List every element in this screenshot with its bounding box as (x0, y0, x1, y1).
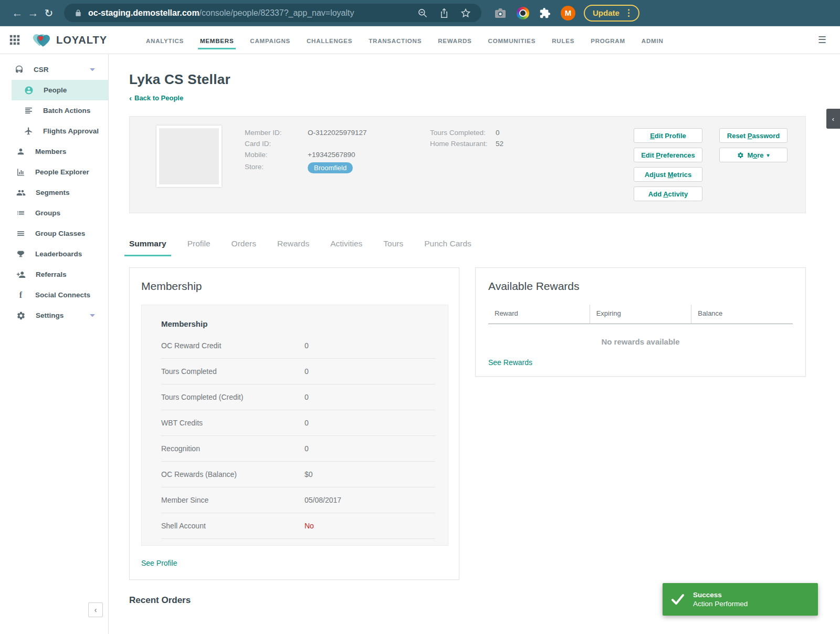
loyalty-heart-logo-icon (33, 32, 50, 48)
reset-password-button[interactable]: Reset Password (719, 128, 788, 143)
sidebar-label: Members (35, 148, 66, 155)
member-fields: Member ID:O-3122025979127 Card ID: Mobil… (245, 127, 367, 173)
sidebar-item-social-connects[interactable]: f Social Connects (0, 285, 108, 305)
membership-panel: Membership OC Reward Credit0 Tours Compl… (141, 305, 448, 546)
sidebar-item-people[interactable]: People (12, 80, 108, 100)
adjust-metrics-button[interactable]: Adjust Metrics (634, 167, 702, 182)
sidebar-item-leaderboards[interactable]: Leaderboards (0, 244, 108, 264)
sidebar-item-group-classes[interactable]: Group Classes (0, 223, 108, 244)
right-panel-toggle[interactable]: ‹ (826, 109, 840, 129)
nav-members[interactable]: MEMBERS (200, 28, 234, 53)
back-to-people-link[interactable]: ‹Back to People (129, 93, 183, 102)
nav-rules[interactable]: RULES (552, 28, 574, 53)
membership-row: Tours Completed (Credit)0 (161, 384, 435, 410)
forward-arrow-icon[interactable]: → (25, 7, 41, 19)
bookmark-star-icon[interactable] (460, 8, 471, 18)
store-badge: Broomfield (308, 162, 353, 173)
sidebar-item-batch-actions[interactable]: Batch Actions (0, 100, 108, 121)
sidebar-label: Flights Approval (43, 127, 99, 135)
facebook-f-icon: f (16, 290, 25, 300)
member-summary-card: Member ID:O-3122025979127 Card ID: Mobil… (129, 116, 806, 213)
url-text: oc-staging.demostellar.com/console/peopl… (88, 8, 354, 18)
membership-row-shell-account: Shell AccountNo (161, 513, 435, 539)
nav-rewards[interactable]: REWARDS (438, 28, 471, 53)
zoom-icon[interactable] (417, 8, 428, 18)
sidebar-item-csr[interactable]: CSR (0, 59, 108, 80)
tab-rewards[interactable]: Rewards (277, 239, 309, 256)
sidebar-collapse-button[interactable]: ‹ (88, 602, 103, 617)
success-toast: Success Action Performed (663, 583, 818, 616)
sidebar-item-members[interactable]: Members (0, 141, 108, 162)
sidebar-label: CSR (34, 66, 49, 74)
back-arrow-icon[interactable]: ← (9, 7, 25, 19)
kebab-menu-icon[interactable]: ⋮ (624, 7, 633, 18)
chevron-down-icon (89, 68, 96, 72)
person-add-icon (16, 270, 26, 279)
hamburger-menu-icon[interactable]: ☰ (818, 34, 826, 46)
edit-profile-button[interactable]: Edit Profile (634, 128, 702, 143)
sidebar-item-people-explorer[interactable]: People Explorer (0, 162, 108, 182)
see-rewards-link[interactable]: See Rewards (488, 358, 532, 367)
tab-punch-cards[interactable]: Punch Cards (424, 239, 471, 256)
sidebar-item-referrals[interactable]: Referrals (0, 264, 108, 285)
check-icon (671, 594, 685, 605)
nav-admin[interactable]: ADMIN (642, 28, 664, 53)
more-button[interactable]: More ▾ (719, 148, 788, 162)
home-restaurant-value: 52 (496, 140, 503, 148)
reload-icon[interactable]: ↻ (41, 7, 57, 19)
browser-update-button[interactable]: Update ⋮ (584, 5, 639, 22)
member-tabs: Summary Profile Orders Rewards Activitie… (129, 239, 806, 256)
bulleted-list-icon (16, 209, 25, 217)
add-activity-button[interactable]: Add Activity (634, 186, 702, 201)
membership-card: Membership Membership OC Reward Credit0 … (129, 267, 459, 580)
trophy-icon (16, 250, 25, 258)
mobile-value: +19342567890 (308, 151, 355, 159)
sidebar-label: People (44, 86, 67, 94)
sidebar-item-flights-approval[interactable]: Flights Approval (0, 121, 108, 141)
membership-card-title: Membership (141, 280, 448, 293)
nav-program[interactable]: PROGRAM (591, 28, 625, 53)
sidebar-item-segments[interactable]: Segments (0, 182, 108, 203)
membership-panel-title: Membership (161, 319, 435, 328)
color-wheel-extension-icon[interactable] (517, 7, 529, 19)
app-launcher-grid-icon[interactable] (9, 34, 20, 46)
nav-communities[interactable]: COMMUNITIES (488, 28, 536, 53)
browser-chrome: ← → ↻ oc-staging.demostellar.com/console… (0, 0, 840, 26)
sidebar-label: People Explorer (35, 168, 89, 176)
field-label: Mobile: (245, 151, 308, 159)
nav-campaigns[interactable]: CAMPAIGNS (250, 28, 290, 53)
brand-name: LOYALTY (56, 34, 107, 46)
tab-activities[interactable]: Activities (330, 239, 362, 256)
lock-icon (75, 9, 82, 17)
person-circle-icon (24, 86, 34, 95)
rewards-table-header: Reward Expiring Balance (488, 305, 793, 324)
camera-extension-icon[interactable] (494, 7, 507, 19)
tab-tours[interactable]: Tours (383, 239, 403, 256)
rewards-empty-state: No rewards available (488, 337, 793, 346)
share-icon[interactable] (439, 8, 449, 18)
nav-challenges[interactable]: CHALLENGES (307, 28, 352, 53)
tab-profile[interactable]: Profile (187, 239, 211, 256)
tab-orders[interactable]: Orders (232, 239, 256, 256)
see-profile-link[interactable]: See Profile (141, 559, 177, 567)
extensions-puzzle-icon[interactable] (539, 7, 551, 19)
nav-analytics[interactable]: ANALYTICS (146, 28, 184, 53)
member-avatar-placeholder (156, 126, 222, 187)
edit-preferences-button[interactable]: Edit Preferences (634, 148, 702, 162)
csr-agent-icon (15, 65, 24, 74)
sidebar-label: Group Classes (35, 230, 85, 237)
nav-transactions[interactable]: TRANSACTIONS (369, 28, 422, 53)
membership-row: Member Since05/08/2017 (161, 487, 435, 513)
app-header: LOYALTY ANALYTICS MEMBERS CAMPAIGNS CHAL… (0, 26, 840, 54)
address-bar[interactable]: oc-staging.demostellar.com/console/peopl… (64, 4, 481, 22)
chevron-left-icon: ‹ (129, 93, 132, 102)
tab-summary[interactable]: Summary (129, 239, 166, 256)
browser-profile-avatar[interactable]: M (561, 6, 575, 20)
sidebar-item-settings[interactable]: Settings (0, 305, 108, 326)
member-actions-column-2: Reset Password More ▾ (719, 128, 788, 162)
page-title: Lyka CS Stellar (129, 71, 806, 88)
membership-row: Recognition0 (161, 436, 435, 462)
sidebar-item-groups[interactable]: Groups (0, 203, 108, 223)
stat-label: Tours Completed: (430, 129, 496, 137)
field-label: Store: (245, 163, 308, 171)
